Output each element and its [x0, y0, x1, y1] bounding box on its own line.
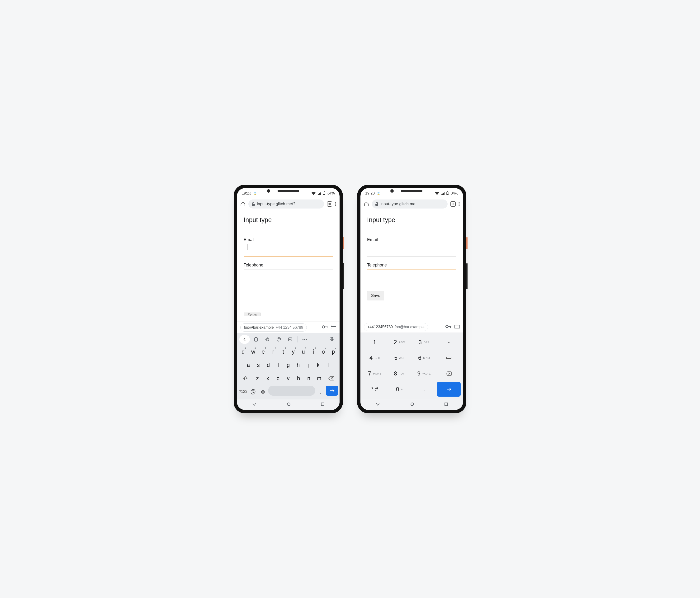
telephone-field[interactable] — [367, 270, 456, 282]
passwords-key-icon[interactable] — [322, 325, 328, 330]
svg-rect-29 — [447, 194, 448, 195]
email-field[interactable] — [244, 244, 333, 256]
save-button[interactable]: Save — [367, 291, 384, 300]
key-l[interactable]: l — [323, 359, 333, 371]
emoji-key[interactable]: ☺ — [258, 386, 268, 398]
key-a[interactable]: a — [244, 359, 253, 371]
home-icon[interactable] — [364, 201, 369, 207]
shift-key[interactable] — [239, 372, 252, 384]
key-e[interactable]: e3 — [258, 346, 268, 358]
key-p[interactable]: p0 — [329, 346, 338, 358]
nav-recents-icon[interactable] — [321, 402, 324, 407]
numpad-key-1[interactable]: 1 — [363, 335, 386, 350]
menu-icon[interactable] — [335, 202, 336, 206]
at-key[interactable]: @ — [248, 386, 258, 398]
backspace-key[interactable] — [437, 366, 461, 381]
enter-key[interactable] — [326, 386, 338, 396]
numpad-key-0[interactable]: 0+ — [388, 382, 411, 397]
key-h[interactable]: h — [294, 359, 303, 371]
nav-recents-icon[interactable] — [445, 402, 448, 407]
hourglass-icon: ⌛ — [377, 192, 380, 195]
key-s[interactable]: s — [254, 359, 263, 371]
key-i[interactable]: i8 — [308, 346, 318, 358]
telephone-label: Telephone — [244, 263, 333, 268]
svg-point-32 — [458, 203, 459, 204]
nav-back-icon[interactable] — [376, 402, 380, 407]
enter-key[interactable] — [437, 382, 461, 397]
numpad-key-4[interactable]: 4GHI — [363, 351, 386, 365]
svg-point-19 — [302, 339, 303, 340]
key-q[interactable]: q1 — [239, 346, 248, 358]
email-field[interactable] — [367, 244, 456, 256]
telephone-field[interactable] — [244, 270, 333, 282]
payment-card-icon[interactable] — [454, 325, 460, 329]
keyboard-back-icon[interactable] — [239, 335, 250, 344]
more-icon[interactable] — [299, 335, 310, 344]
space-key[interactable] — [437, 351, 461, 365]
key-w[interactable]: w2 — [248, 346, 258, 358]
battery-icon — [323, 192, 325, 195]
nav-home-icon[interactable] — [410, 402, 414, 407]
autofill-email: foo@bar.example — [395, 325, 425, 329]
key-d[interactable]: d — [264, 359, 273, 371]
autofill-email: foo@bar.example — [244, 325, 274, 330]
numpad-key--[interactable]: - — [437, 335, 461, 350]
theme-palette-icon[interactable] — [274, 335, 284, 344]
svg-point-25 — [287, 403, 290, 406]
key-f[interactable]: f — [274, 359, 283, 371]
key-v[interactable]: v — [283, 372, 293, 384]
autofill-suggestion[interactable]: +44123456789 foo@bar.example — [364, 323, 428, 331]
period-key[interactable]: . — [316, 386, 325, 398]
backspace-key[interactable] — [324, 372, 338, 384]
svg-point-34 — [446, 325, 448, 328]
key-z[interactable]: z — [253, 372, 262, 384]
space-key[interactable] — [268, 386, 315, 396]
text-tool-icon[interactable] — [285, 335, 295, 344]
clipboard-icon[interactable] — [251, 335, 261, 344]
key-m[interactable]: m — [314, 372, 324, 384]
key-r[interactable]: r4 — [269, 346, 278, 358]
home-icon[interactable] — [240, 201, 246, 207]
numpad-key-6[interactable]: 6MNO — [412, 351, 436, 365]
svg-point-5 — [335, 203, 336, 204]
key-b[interactable]: b — [294, 372, 303, 384]
autofill-suggestion[interactable]: foo@bar.example +44 1234 56789 — [240, 323, 307, 331]
numpad-key-*#[interactable]: * # — [363, 382, 386, 397]
key-o[interactable]: o9 — [319, 346, 328, 358]
key-x[interactable]: x — [263, 372, 273, 384]
numpad-key-5[interactable]: 5JKL — [388, 351, 411, 365]
mic-off-icon[interactable] — [327, 335, 337, 344]
numpad-key-8[interactable]: 8TUV — [388, 366, 411, 381]
settings-gear-icon[interactable] — [262, 335, 273, 344]
status-bar: 19:23 ⌛ 34% — [237, 188, 340, 199]
earpiece — [401, 190, 422, 192]
battery-percent: 34% — [327, 191, 335, 196]
numpad-key-7[interactable]: 7PQRS — [363, 366, 386, 381]
save-button[interactable]: Save — [244, 313, 261, 316]
address-bar[interactable]: input-type.glitch.me/? — [248, 199, 324, 208]
symbols-key[interactable]: ?123 — [239, 386, 248, 398]
key-c[interactable]: c — [273, 372, 283, 384]
key-n[interactable]: n — [304, 372, 314, 384]
numpad-key-9[interactable]: 9WXYZ — [412, 366, 436, 381]
nav-back-icon[interactable] — [252, 402, 256, 407]
payment-card-icon[interactable] — [331, 325, 336, 330]
passwords-key-icon[interactable] — [446, 325, 452, 329]
key-g[interactable]: g — [283, 359, 293, 371]
key-t[interactable]: t5 — [278, 346, 288, 358]
key-y[interactable]: y6 — [289, 346, 298, 358]
power-button — [343, 237, 344, 249]
menu-icon[interactable] — [458, 202, 460, 206]
key-u[interactable]: u7 — [298, 346, 308, 358]
address-bar[interactable]: input-type.glitch.me — [372, 199, 448, 208]
numpad-key-2[interactable]: 2ABC — [388, 335, 411, 350]
numpad-key-3[interactable]: 3DEF — [412, 335, 436, 350]
key-k[interactable]: k — [314, 359, 323, 371]
volume-button — [466, 263, 468, 289]
tabs-icon[interactable]: :D — [327, 201, 332, 207]
key-j[interactable]: j — [303, 359, 313, 371]
tabs-icon[interactable]: :D — [450, 201, 456, 207]
nav-home-icon[interactable] — [287, 402, 291, 407]
autofill-phone: +44 1234 56789 — [276, 325, 303, 330]
numpad-key-.[interactable]: . — [412, 382, 436, 397]
